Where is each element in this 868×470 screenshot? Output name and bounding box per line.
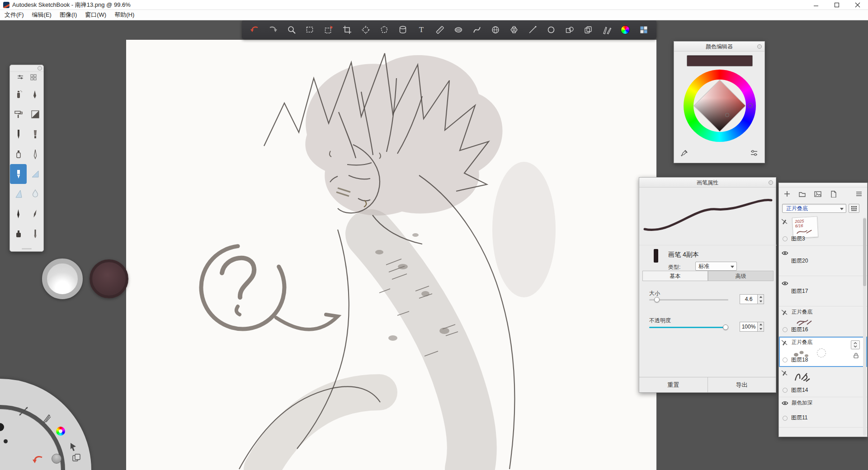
brush-pencil[interactable]	[10, 124, 27, 144]
brush-gradient[interactable]	[27, 104, 43, 124]
opacity-stepper[interactable]	[758, 322, 764, 332]
shapes-tool-icon[interactable]	[564, 24, 575, 35]
layers-menu-icon[interactable]	[855, 190, 863, 199]
layer-thumbnail[interactable]	[793, 369, 811, 384]
opacity-keypad-icon[interactable]	[849, 204, 859, 213]
size-value[interactable]: 4.6	[740, 294, 758, 304]
layers-drag-strip[interactable]	[779, 183, 867, 188]
lagoon-cursor-icon[interactable]	[69, 442, 78, 451]
sv-marker[interactable]	[725, 113, 729, 117]
layers-scrollbar-thumb[interactable]	[863, 218, 866, 286]
layer-page-icon[interactable]	[830, 190, 837, 199]
opacity-value[interactable]: 100%	[740, 322, 758, 332]
eye-icon[interactable]	[781, 250, 789, 258]
minimize-button[interactable]	[806, 0, 826, 10]
canvas[interactable]	[126, 40, 656, 470]
layer-visibility-toggle[interactable]	[783, 416, 788, 421]
brush-fountain-pen[interactable]	[10, 204, 27, 224]
menu-window[interactable]: 窗口(W)	[85, 11, 106, 19]
opacity-slider[interactable]	[649, 327, 728, 328]
palette-resize-grip[interactable]	[22, 248, 32, 249]
lagoon-copy-icon[interactable]	[71, 453, 81, 463]
layer-editor-icon[interactable]	[638, 24, 649, 35]
eyedropper-icon[interactable]	[680, 149, 689, 159]
add-layer-icon[interactable]	[783, 190, 791, 199]
lagoon-brush-icon[interactable]	[42, 413, 52, 424]
brush-airbrush[interactable]	[10, 85, 27, 104]
palette-menu-icon[interactable]	[38, 66, 42, 70]
line-tool-icon[interactable]	[527, 24, 538, 35]
reset-button[interactable]: 重置	[639, 377, 708, 392]
layer-row[interactable]: 图层20	[779, 246, 867, 276]
hue-wheel[interactable]	[684, 70, 756, 142]
brush-dip-pen[interactable]	[27, 204, 43, 224]
layer-pen-lock-icon[interactable]	[781, 218, 788, 227]
color-wheel-icon[interactable]	[620, 24, 631, 35]
text-tool-icon[interactable]: T	[416, 24, 427, 35]
brush-type-dropdown[interactable]: 标准	[695, 262, 737, 271]
export-button[interactable]: 导出	[708, 377, 776, 392]
eye-icon[interactable]	[781, 400, 789, 408]
palette-sliders-view-icon[interactable]	[17, 74, 24, 83]
layer-row[interactable]: 图层14	[779, 367, 867, 397]
layer-visibility-toggle[interactable]	[783, 236, 788, 241]
brush-pen[interactable]	[27, 85, 43, 104]
layer-visibility-toggle[interactable]	[783, 357, 788, 362]
polygon-select-icon[interactable]	[379, 24, 390, 35]
layer-pen-lock-icon[interactable]	[781, 369, 788, 378]
symmetry-icon[interactable]	[509, 24, 519, 35]
fill-icon[interactable]	[397, 24, 408, 35]
maximize-button[interactable]	[826, 0, 847, 10]
lagoon-undo-icon[interactable]	[32, 454, 44, 466]
brush-roller[interactable]	[10, 104, 27, 124]
current-color-swatch[interactable]	[687, 55, 753, 66]
blend-mode-dropdown[interactable]: 正片叠底	[782, 204, 846, 213]
rect-select-icon[interactable]	[305, 24, 316, 35]
brush-properties-menu-icon[interactable]	[769, 180, 773, 185]
layer-reorder-icon[interactable]	[851, 340, 860, 349]
lagoon-half-dot-icon[interactable]	[0, 423, 4, 431]
opacity-slider-knob[interactable]	[723, 324, 728, 330]
tab-advanced[interactable]: 高级	[708, 271, 774, 281]
color-sliders-icon[interactable]	[750, 149, 758, 159]
layer-folder-icon[interactable]	[798, 190, 806, 199]
eye-icon[interactable]	[781, 280, 789, 288]
color-editor-menu-icon[interactable]	[757, 44, 762, 49]
brush-paint-tube[interactable]	[10, 144, 27, 164]
crop-icon[interactable]	[342, 24, 353, 35]
layer-row[interactable]: 2025 6/16 图层3	[779, 216, 867, 246]
layer-visibility-toggle[interactable]	[783, 327, 788, 332]
size-slider-knob[interactable]	[654, 297, 660, 302]
brush-wedge[interactable]	[27, 164, 43, 184]
layer-visibility-toggle[interactable]	[783, 388, 788, 393]
redo-icon[interactable]	[268, 24, 278, 35]
menu-edit[interactable]: 编辑(E)	[32, 11, 52, 19]
brush-marker[interactable]	[27, 124, 43, 144]
french-curve-icon[interactable]	[472, 24, 482, 35]
brush-ink-bottle[interactable]	[10, 224, 27, 244]
hue-marker[interactable]	[748, 103, 753, 108]
circle-tool-icon[interactable]	[546, 24, 557, 35]
brush-round[interactable]	[27, 224, 43, 244]
menu-help[interactable]: 帮助(H)	[114, 11, 134, 19]
tab-basic[interactable]: 基本	[642, 271, 708, 281]
ellipse-guide-icon[interactable]	[453, 24, 464, 35]
layer-pen-lock-icon[interactable]	[781, 309, 788, 318]
brush-graphite[interactable]	[27, 144, 43, 164]
lagoon-small-dot-icon[interactable]	[4, 439, 8, 443]
transform-select-icon[interactable]	[323, 24, 334, 35]
copy-icon[interactable]	[583, 24, 594, 35]
layer-image-icon[interactable]	[814, 190, 822, 199]
layer-pen-lock-icon[interactable]	[781, 339, 788, 348]
zoom-icon[interactable]	[286, 24, 297, 35]
menu-image[interactable]: 图像(I)	[60, 11, 77, 19]
brush-knife[interactable]	[10, 184, 27, 204]
size-stepper[interactable]	[758, 294, 764, 304]
palette-grid-view-icon[interactable]	[30, 74, 37, 83]
brush-droplet[interactable]	[27, 184, 43, 204]
layer-row[interactable]: 正片叠底 图层16	[779, 306, 867, 337]
layers-scrollbar[interactable]	[863, 217, 866, 436]
lagoon-stylus-icon[interactable]	[18, 406, 29, 417]
layer-row[interactable]: 颜色加深 图层11	[779, 397, 867, 428]
perspective-icon[interactable]	[490, 24, 501, 35]
